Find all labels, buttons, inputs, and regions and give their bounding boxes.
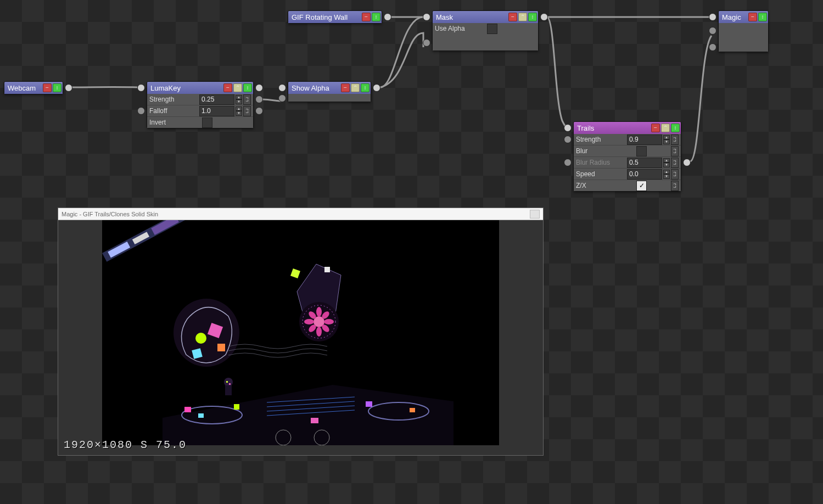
param-label: Blur Radius	[576, 159, 627, 166]
link-icon[interactable]	[671, 181, 679, 191]
close-icon[interactable]: −	[748, 13, 757, 21]
param-zx: Z/X ✓	[574, 180, 681, 191]
node-mask[interactable]: Mask − ⌃ ↕ Use Alpha	[432, 10, 539, 51]
param-port[interactable]	[564, 136, 572, 143]
node-gif-rotating-wall[interactable]: GIF Rotating Wall − ↕	[288, 10, 382, 24]
node-title: Magic	[722, 13, 747, 21]
input-port[interactable]	[137, 84, 145, 92]
preview-canvas	[102, 220, 499, 445]
svg-rect-9	[217, 344, 225, 351]
body-port[interactable]	[709, 43, 716, 51]
input-port[interactable]	[278, 84, 286, 92]
param-value-input[interactable]: 1.0	[199, 106, 234, 116]
link-icon[interactable]	[243, 106, 251, 116]
node-title: Mask	[436, 13, 507, 21]
param-label: Falloff	[149, 107, 199, 115]
preview-osd: 1920×1080 S 75.0	[64, 439, 187, 451]
preview-titlebar[interactable]: Magic - GIF Trails/Clones Solid Skin	[58, 208, 543, 220]
svg-point-14	[316, 327, 322, 337]
param-port[interactable]	[564, 159, 572, 166]
stepper[interactable]: ▲▼	[663, 170, 670, 179]
expand-icon[interactable]: ↕	[53, 83, 61, 92]
param-value-input[interactable]: 0.0	[627, 169, 662, 180]
node-show-alpha[interactable]: Show Alpha − ⌃ ↕	[288, 81, 371, 102]
options-icon[interactable]: ⌃	[518, 13, 527, 21]
param-port[interactable]	[255, 96, 263, 103]
close-icon[interactable]: −	[223, 83, 232, 92]
stepper[interactable]: ▲▼	[663, 135, 670, 144]
svg-point-16	[324, 319, 334, 324]
input-port[interactable]	[423, 13, 430, 21]
expand-icon[interactable]: ↕	[528, 13, 537, 21]
checkbox[interactable]	[636, 146, 647, 156]
checkbox[interactable]	[487, 24, 497, 34]
param-value-input[interactable]: 0.9	[627, 135, 662, 145]
input-port[interactable]	[564, 124, 572, 132]
svg-rect-30	[198, 413, 204, 418]
expand-icon[interactable]: ↕	[361, 83, 369, 92]
input-port[interactable]	[709, 13, 716, 21]
options-icon[interactable]: ⌃	[233, 83, 242, 92]
param-label: Strength	[576, 136, 627, 143]
stepper[interactable]: ▲▼	[663, 158, 670, 167]
node-magic[interactable]: Magic − ↕	[718, 10, 769, 52]
node-lumakey[interactable]: LumaKey − ⌃ ↕ Strength 0.25 ▲▼ Falloff 1…	[147, 81, 254, 128]
node-title: Trails	[577, 124, 650, 132]
link-icon[interactable]	[671, 146, 679, 156]
expand-icon[interactable]: ↕	[243, 83, 252, 92]
svg-point-37	[224, 378, 233, 387]
param-port[interactable]	[255, 107, 263, 115]
param-value-input[interactable]: 0.5	[627, 158, 662, 168]
param-value-input[interactable]: 0.25	[199, 94, 234, 105]
svg-rect-34	[311, 418, 318, 423]
close-icon[interactable]: −	[362, 13, 371, 21]
link-icon[interactable]	[243, 94, 251, 105]
options-icon[interactable]: ⌃	[661, 124, 670, 132]
node-title: GIF Rotating Wall	[292, 13, 361, 21]
body-port[interactable]	[709, 27, 716, 35]
svg-point-6	[195, 333, 206, 344]
close-icon[interactable]: −	[508, 13, 517, 21]
node-webcam[interactable]: Webcam − ↕	[4, 81, 63, 94]
svg-rect-31	[234, 404, 239, 410]
body-port[interactable]	[423, 39, 430, 47]
output-port[interactable]	[384, 13, 391, 21]
node-title: LumaKey	[150, 84, 222, 92]
output-port[interactable]	[373, 84, 380, 92]
param-port[interactable]	[137, 107, 145, 115]
output-port[interactable]	[540, 13, 548, 21]
svg-point-13	[316, 307, 322, 317]
close-icon[interactable]: −	[651, 124, 660, 132]
svg-rect-32	[366, 401, 372, 407]
close-icon[interactable]: −	[43, 83, 52, 92]
svg-rect-22	[324, 267, 330, 272]
checkbox[interactable]	[202, 117, 212, 128]
link-icon[interactable]	[671, 135, 679, 145]
param-invert: Invert	[147, 116, 253, 128]
param-label: Strength	[149, 96, 199, 103]
options-icon[interactable]: ⌃	[351, 83, 360, 92]
expand-icon[interactable]: ↕	[671, 124, 680, 132]
close-icon[interactable]	[530, 210, 540, 219]
stepper[interactable]: ▲▼	[236, 95, 242, 104]
expand-icon[interactable]: ↕	[758, 13, 767, 21]
expand-icon[interactable]: ↕	[372, 13, 380, 21]
param-label: Invert	[149, 119, 202, 126]
link-icon[interactable]	[671, 158, 679, 168]
checkbox[interactable]: ✓	[636, 181, 647, 191]
body-port[interactable]	[278, 94, 286, 102]
param-port[interactable]	[683, 159, 691, 166]
param-speed: Speed 0.0 ▲▼	[574, 168, 681, 180]
param-blur-radius: Blur Radius 0.5 ▲▼	[574, 156, 681, 168]
param-label: Z/X	[576, 182, 636, 189]
close-icon[interactable]: −	[341, 83, 350, 92]
node-title: Webcam	[8, 84, 42, 92]
output-port[interactable]	[255, 84, 263, 92]
svg-point-15	[304, 319, 314, 324]
output-port[interactable]	[65, 84, 72, 92]
stepper[interactable]: ▲▼	[236, 107, 242, 116]
preview-window[interactable]: Magic - GIF Trails/Clones Solid Skin	[58, 208, 544, 456]
link-icon[interactable]	[671, 169, 679, 180]
node-trails[interactable]: Trails − ⌃ ↕ Strength 0.9 ▲▼ Blur Blur R…	[573, 121, 681, 192]
svg-rect-29	[184, 407, 191, 412]
